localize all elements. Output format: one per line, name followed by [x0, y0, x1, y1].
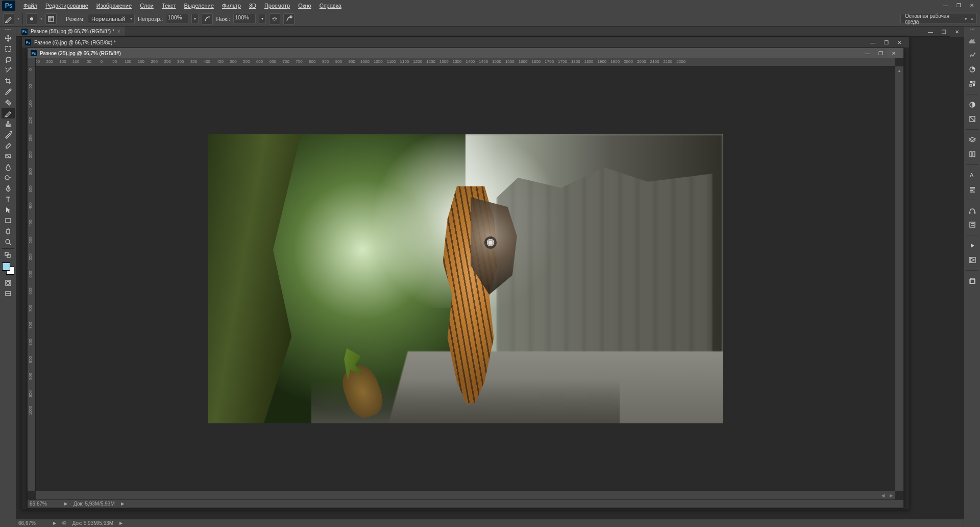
outer-tab-close[interactable]: × — [117, 29, 120, 34]
pressure-size-toggle[interactable] — [283, 13, 295, 25]
inner-doc-close[interactable]: ✕ — [887, 48, 900, 58]
vertical-ruler[interactable]: 0501001502002503003504004505005506006507… — [28, 66, 36, 491]
svg-point-6 — [8, 188, 9, 189]
stamp-tool[interactable] — [2, 118, 15, 129]
brush-panel-toggle[interactable] — [45, 13, 57, 25]
window-close[interactable]: ✕ — [966, 2, 978, 10]
properties-panel-icon[interactable] — [966, 219, 978, 231]
zoom-tool[interactable] — [2, 236, 15, 247]
menu-image[interactable]: Изображение — [92, 2, 136, 10]
tool-preset-dropdown[interactable]: ▾ — [17, 16, 19, 21]
mid-doc-minimize[interactable]: ― — [866, 37, 879, 47]
paragraph-panel-icon[interactable] — [966, 183, 978, 196]
gradient-tool[interactable] — [2, 151, 15, 161]
menu-file[interactable]: Файл — [19, 2, 41, 10]
hscroll-right[interactable]: ▶ — [887, 491, 895, 499]
workspace-selector[interactable]: Основная рабочая среда — [900, 14, 977, 24]
vertical-scrollbar[interactable]: ▲ — [895, 66, 903, 491]
quick-mask-toggle[interactable] — [2, 277, 15, 288]
mid-doc-restore[interactable]: ❐ — [879, 37, 893, 47]
hscroll-left[interactable]: ◀ — [879, 491, 887, 499]
paths-panel-icon[interactable] — [966, 204, 978, 217]
window-restore[interactable]: ❐ — [952, 2, 965, 10]
blur-tool[interactable] — [2, 161, 15, 172]
histogram-panel-icon[interactable] — [966, 35, 978, 47]
flow-input[interactable]: 100% — [233, 14, 256, 24]
flow-slider-toggle[interactable]: ▾ — [259, 14, 266, 24]
airbrush-toggle[interactable] — [269, 13, 280, 25]
brush-tool[interactable] — [2, 108, 15, 118]
pressure-opacity-toggle[interactable] — [202, 13, 213, 25]
hand-tool[interactable] — [2, 226, 15, 236]
current-tool-icon[interactable] — [3, 13, 14, 25]
outer-doc-tab[interactable]: Ps Разное (58).jpg @ 66,7% (RGB/8*) * × — [16, 27, 126, 36]
healing-brush-tool[interactable] — [2, 97, 15, 108]
svg-point-14 — [974, 53, 975, 54]
styles-panel-icon[interactable] — [966, 113, 978, 125]
magic-wand-tool[interactable] — [2, 65, 15, 76]
mid-window-titlebar[interactable]: Ps Разное (6).jpg @ 66,7% (RGB/8#) * ― ❐… — [22, 37, 909, 47]
toolbox-grip[interactable] — [1, 28, 15, 32]
outer-doc-restore[interactable]: ❐ — [937, 27, 950, 37]
canvas-viewport[interactable] — [36, 66, 895, 491]
menu-window[interactable]: Окно — [294, 2, 315, 10]
history-panel-icon[interactable] — [966, 275, 978, 287]
inner-window-titlebar[interactable]: Ps Разное (25).jpg @ 66,7% (RGB/8#) ― ❐ … — [28, 48, 903, 58]
inner-doc-minimize[interactable]: ― — [861, 48, 874, 58]
layers-panel-icon[interactable] — [966, 134, 978, 146]
inner-doc-restore[interactable]: ❐ — [874, 48, 887, 58]
inner-zoom-menu[interactable]: ▶ — [64, 501, 67, 506]
blend-mode-dropdown[interactable]: Нормальный — [88, 14, 135, 24]
history-brush-tool[interactable] — [2, 129, 15, 140]
eyedropper-tool[interactable] — [2, 86, 15, 97]
color-panel-icon[interactable] — [966, 63, 978, 76]
outer-zoom-menu[interactable]: ▶ — [53, 521, 56, 525]
inner-zoom-level[interactable]: 66,67% — [30, 501, 58, 507]
lasso-tool[interactable] — [2, 54, 15, 65]
move-tool[interactable] — [2, 33, 15, 43]
navigator-panel-icon[interactable] — [966, 49, 978, 61]
menu-layers[interactable]: Слои — [136, 2, 158, 10]
ps-file-icon: Ps — [31, 50, 37, 56]
eraser-tool[interactable] — [2, 140, 15, 151]
foreground-color[interactable] — [2, 262, 10, 271]
menu-view[interactable]: Просмотр — [260, 2, 294, 10]
inner-info-menu[interactable]: ▶ — [121, 501, 124, 506]
channels-panel-icon[interactable] — [966, 148, 978, 160]
ruler-origin[interactable] — [28, 58, 36, 66]
canvas[interactable] — [208, 134, 723, 423]
swatches-panel-icon[interactable] — [966, 78, 978, 90]
outer-doc-minimize[interactable]: ― — [924, 27, 937, 37]
character-panel-icon[interactable]: A — [966, 169, 978, 181]
default-colors[interactable] — [2, 250, 15, 260]
menu-filter[interactable]: Фильтр — [218, 2, 245, 10]
outer-info-menu[interactable]: ▶ — [119, 521, 122, 525]
marquee-tool[interactable] — [2, 43, 15, 54]
crop-tool[interactable] — [2, 76, 15, 86]
outer-zoom-level[interactable]: 66,67% — [18, 520, 47, 526]
type-tool[interactable] — [2, 194, 15, 204]
actions-panel-icon[interactable] — [966, 239, 978, 252]
dodge-tool[interactable] — [2, 172, 15, 183]
menu-3d[interactable]: 3D — [245, 2, 260, 10]
dock-grip[interactable] — [965, 29, 979, 32]
pen-tool[interactable] — [2, 183, 15, 194]
opacity-slider-toggle[interactable]: ▾ — [191, 14, 199, 24]
mid-doc-close[interactable]: ✕ — [893, 37, 906, 47]
window-minimize[interactable]: ― — [939, 2, 951, 10]
path-select-tool[interactable] — [2, 204, 15, 215]
menu-select[interactable]: Выделение — [180, 2, 218, 10]
menu-edit[interactable]: Редактирование — [41, 2, 92, 10]
menu-help[interactable]: Справка — [315, 2, 346, 10]
horizontal-ruler[interactable]: -250-200-150-100-50050100150200250300350… — [36, 58, 895, 66]
adjustments-panel-icon[interactable] — [966, 99, 978, 111]
brush-preset-picker[interactable] — [26, 13, 37, 25]
outer-doc-close[interactable]: ✕ — [950, 27, 964, 37]
color-swatches[interactable] — [2, 262, 14, 275]
svg-point-5 — [5, 176, 9, 180]
screen-mode-toggle[interactable] — [2, 288, 15, 299]
rectangle-tool[interactable] — [2, 215, 15, 226]
timeline-panel-icon[interactable] — [966, 254, 978, 266]
menu-text[interactable]: Текст — [158, 2, 180, 10]
opacity-input[interactable]: 100% — [166, 14, 188, 24]
